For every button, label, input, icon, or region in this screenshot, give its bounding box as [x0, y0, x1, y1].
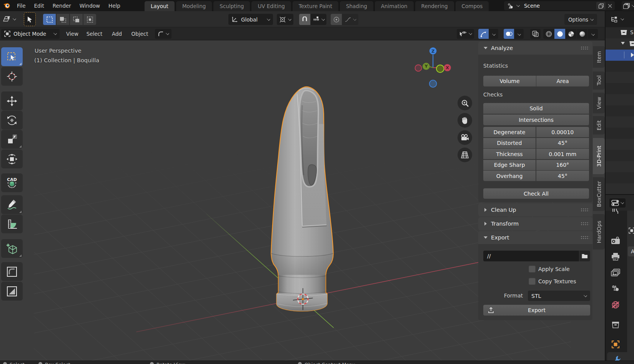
shading-material[interactable]	[566, 29, 576, 39]
editor-type-chevron[interactable]	[13, 17, 16, 20]
export-button[interactable]: Export	[483, 305, 590, 316]
camera-view-button[interactable]	[458, 130, 472, 145]
workspace-tab-layout[interactable]: Layout	[145, 1, 175, 11]
menu-window[interactable]: Window	[75, 0, 104, 11]
snap-target-chevron[interactable]	[321, 17, 325, 21]
outliner-row-collection[interactable]	[606, 38, 634, 50]
properties-type-chevron[interactable]	[621, 201, 624, 204]
panel-drag-dots[interactable]	[581, 208, 589, 211]
tab-object-icon[interactable]	[611, 340, 620, 349]
proportional-edit-toggle[interactable]	[331, 14, 342, 25]
menu-help[interactable]: Help	[104, 0, 125, 11]
properties-editor-type-button[interactable]	[609, 198, 626, 208]
menu-file[interactable]: File	[13, 0, 30, 11]
sidebar-tab-boxcutter[interactable]: BoxCutter	[593, 177, 605, 211]
workspace-tab-rendering[interactable]: Rendering	[415, 1, 454, 11]
pivot-point-button[interactable]	[277, 14, 293, 25]
overhang-value-field[interactable]: 45°	[536, 171, 589, 181]
gizmo-z-label[interactable]: Z	[431, 49, 434, 54]
blender-logo-icon[interactable]	[3, 3, 10, 9]
degenerate-value-field[interactable]: 0.00010	[536, 127, 589, 137]
scene-selector-chevron[interactable]	[516, 3, 520, 7]
tab-output-icon[interactable]	[611, 253, 620, 261]
visibility-chevron[interactable]	[469, 32, 472, 35]
tool-cad-transform[interactable]: CAD	[1, 173, 23, 192]
check-distorted-button[interactable]: Distorted	[483, 138, 536, 148]
check-all-button[interactable]: Check All	[483, 188, 589, 199]
panel-drag-dots[interactable]	[581, 46, 589, 50]
xray-toggle[interactable]	[530, 29, 541, 39]
area-button[interactable]: Area	[536, 76, 589, 86]
clean-up-panel-header[interactable]: Clean Up	[478, 203, 592, 216]
workspace-tab-sculpting[interactable]: Sculpting	[213, 1, 250, 11]
shading-wireframe[interactable]	[543, 29, 554, 39]
tab-collection-icon[interactable]	[611, 321, 620, 328]
sidebar-tab-3d-print[interactable]: 3D-Print	[593, 138, 605, 174]
tool-hops[interactable]	[1, 282, 23, 301]
apply-scale-checkbox[interactable]	[529, 266, 536, 273]
zoom-button[interactable]	[458, 96, 472, 110]
tool-annotate[interactable]	[1, 195, 23, 214]
tool-select-box[interactable]	[1, 47, 23, 66]
transform-panel-header[interactable]: Transform	[478, 217, 592, 230]
active-tool-button[interactable]	[24, 12, 36, 26]
sidebar-tab-tool[interactable]: Tool	[593, 71, 605, 90]
tab-render-icon[interactable]	[611, 237, 620, 244]
tab-tool-icon[interactable]	[612, 209, 619, 214]
workspace-tab-texture-paint[interactable]: Texture Paint	[293, 1, 338, 11]
edge-sharp-value-field[interactable]: 160°	[536, 160, 589, 170]
tool-fallback-chevron[interactable]	[166, 32, 169, 35]
tool-scale[interactable]	[1, 130, 23, 149]
viewport-3d[interactable]: Y X Z User Perspective (1) Collection | …	[0, 40, 605, 361]
select-mode-subtract[interactable]	[70, 14, 83, 25]
tab-scene-icon[interactable]	[611, 285, 620, 293]
panel-drag-dots[interactable]	[581, 222, 589, 225]
copy-textures-checkbox[interactable]	[529, 278, 536, 285]
distorted-value-field[interactable]: 45°	[536, 138, 589, 148]
tool-measure[interactable]	[1, 214, 23, 233]
scene-icon[interactable]	[505, 3, 514, 9]
expand-arrow-icon[interactable]	[621, 42, 625, 45]
tool-rotate[interactable]	[1, 111, 23, 130]
navigation-gizmo[interactable]: Y X Z	[415, 47, 451, 87]
tool-transform[interactable]	[1, 150, 23, 168]
export-path-field[interactable]: //	[483, 251, 579, 261]
tool-add-cube[interactable]	[1, 239, 23, 258]
pivot-chevron[interactable]	[288, 17, 291, 21]
workspace-tab-shading[interactable]: Shading	[340, 1, 373, 11]
tab-view-layer-icon[interactable]	[611, 269, 620, 277]
overlays-dropdown[interactable]	[514, 29, 524, 39]
gizmos-toggle[interactable]	[478, 29, 489, 39]
check-overhang-button[interactable]: Overhang	[483, 171, 536, 181]
options-button[interactable]: Options	[564, 14, 597, 25]
pan-button[interactable]	[458, 113, 472, 128]
export-path-browse-button[interactable]	[579, 251, 590, 261]
scene-name[interactable]: Scene	[524, 3, 596, 9]
gizmos-dropdown[interactable]	[489, 29, 498, 39]
gizmo-y-label[interactable]: Y	[424, 64, 428, 69]
menu-select[interactable]: Select	[84, 29, 105, 39]
snap-toggle[interactable]	[299, 14, 310, 25]
outliner-row-scene-collection[interactable]: S	[606, 27, 634, 38]
menu-object[interactable]: Object	[130, 29, 150, 39]
shading-dropdown[interactable]	[588, 29, 598, 39]
add-modifier-button[interactable]: A	[628, 246, 634, 256]
select-mode-extend[interactable]	[57, 14, 69, 25]
workspace-tab-modeling[interactable]: Modeling	[176, 1, 212, 11]
shading-solid[interactable]	[554, 29, 565, 39]
tool-fallback-selector[interactable]	[155, 29, 171, 39]
model-boquilla[interactable]	[270, 85, 338, 313]
check-edge-sharp-button[interactable]: Edge Sharp	[483, 160, 536, 170]
editor-type-selector[interactable]	[2, 14, 16, 25]
view-layer-chevron[interactable]	[632, 3, 634, 7]
orientation-chevron[interactable]	[267, 17, 270, 21]
check-thickness-button[interactable]: Thickness	[483, 149, 536, 159]
sidebar-tab-item[interactable]: Item	[593, 46, 605, 68]
new-scene-button[interactable]	[596, 2, 606, 10]
check-degenerate-button[interactable]: Degenerate	[483, 127, 536, 137]
object-visibility-button[interactable]	[457, 29, 474, 39]
falloff-chevron[interactable]	[353, 17, 356, 21]
sidebar-tab-edit[interactable]: Edit	[593, 116, 605, 135]
shading-rendered[interactable]	[577, 29, 587, 39]
mode-selector[interactable]: Object Mode	[1, 29, 60, 39]
